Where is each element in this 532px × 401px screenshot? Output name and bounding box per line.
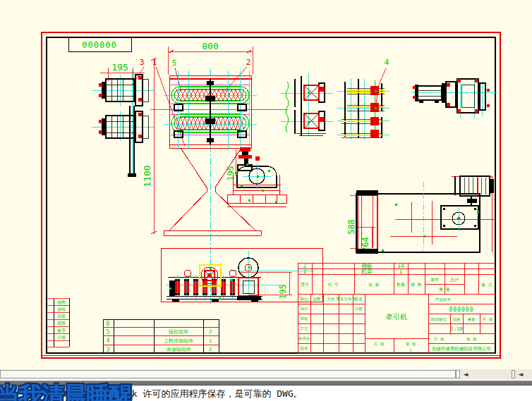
- svg-text:链轮组件: 链轮组件: [168, 329, 188, 335]
- left-assemblies: [92, 70, 154, 178]
- dim-588: 588: [346, 219, 356, 235]
- svg-text:机架: 机架: [361, 269, 373, 275]
- svg-text:更改文件号: 更改文件号: [336, 297, 356, 301]
- company-name: 无锡市通用机械制造有限公司: [432, 346, 492, 352]
- svg-text:备 注: 备 注: [481, 282, 492, 288]
- dim-195-motor: 195: [226, 166, 236, 181]
- balloon-4: 4: [385, 58, 389, 67]
- svg-text:5: 5: [107, 329, 110, 335]
- svg-text:1: 1: [399, 269, 403, 275]
- svg-text:日期: 日期: [57, 335, 66, 340]
- stamp-box: 000000: [68, 37, 131, 51]
- svg-text:3: 3: [107, 347, 110, 353]
- svg-text:第 张: 第 张: [406, 342, 416, 347]
- svg-text:标记: 标记: [300, 297, 309, 302]
- roller-row: [169, 275, 235, 299]
- svg-text:名 称: 名 称: [368, 282, 380, 288]
- svg-text:分区: 分区: [327, 297, 336, 301]
- balloon-1: 1: [152, 58, 157, 67]
- svg-text:比例: 比例: [453, 317, 461, 322]
- drawing-scale: 1:10: [451, 326, 463, 332]
- svg-text:标准化: 标准化: [298, 336, 310, 341]
- svg-text:1: 1: [209, 338, 212, 344]
- parts-list: 6 5 4 3 链轮组件 上料传动组件 涂油辊组件 2 1 2: [103, 319, 219, 353]
- middle-assembly-a: [281, 73, 333, 135]
- cad-app-window: 000000 800 195 1100: [0, 0, 532, 401]
- svg-text:重 量: 重 量: [438, 287, 450, 292]
- middle-assembly-b: [337, 79, 389, 140]
- watermark-text: 当我清晨睡醒: [0, 380, 131, 401]
- sheet-border: [42, 32, 500, 358]
- scroll-left-icon-2[interactable]: ◄: [515, 369, 526, 379]
- svg-text:6: 6: [107, 321, 110, 327]
- svg-text:日期: 日期: [355, 307, 363, 311]
- svg-text:单件: 单件: [430, 277, 439, 282]
- svg-text:旧底: 旧底: [57, 314, 66, 319]
- margin-table: 描图 描校 旧底 底图 签字 日期: [47, 298, 69, 347]
- dim-195-front: 195: [278, 284, 288, 300]
- svg-text:1: 1: [409, 348, 411, 352]
- svg-text:描图: 描图: [57, 300, 66, 305]
- svg-text:产品型号: 产品型号: [435, 297, 452, 302]
- dim-195-top: 195: [111, 62, 128, 73]
- svg-text:序号: 序号: [301, 282, 309, 287]
- svg-text:描校: 描校: [57, 307, 66, 312]
- svg-text:上料传动组件: 上料传动组件: [164, 338, 193, 344]
- drawing-name: 牵引机: [386, 313, 407, 321]
- svg-text:工艺: 工艺: [301, 326, 309, 331]
- svg-text:阶段标记: 阶段标记: [431, 317, 447, 322]
- scrollbar-thumb[interactable]: [0, 370, 456, 378]
- tank-view: [356, 176, 495, 254]
- balloon-3: 3: [140, 58, 145, 67]
- balloon-2: 2: [246, 58, 251, 67]
- svg-text:第 张: 第 张: [466, 337, 477, 342]
- svg-text:共 张: 共 张: [433, 337, 445, 342]
- svg-text:批准: 批准: [301, 346, 309, 351]
- stamp-number: 000000: [82, 40, 116, 50]
- drawing-canvas[interactable]: 000000 800 195 1100: [0, 0, 532, 381]
- drawing-code: 000000: [449, 307, 474, 313]
- svg-text:数量: 数量: [397, 282, 405, 287]
- title-block: 2 侧板 14 1 机架 1 序号 代 号 名 称 数量 材 料 单件 总计 重…: [298, 263, 495, 353]
- svg-text:签字: 签字: [57, 328, 66, 333]
- top-view: [164, 70, 257, 151]
- svg-text:总计: 总计: [449, 277, 459, 282]
- svg-text:设计: 设计: [301, 307, 309, 311]
- balloon-5: 5: [172, 58, 177, 68]
- svg-text:底图: 底图: [57, 321, 66, 326]
- svg-text:重量: 重量: [468, 317, 476, 321]
- svg-text:1: 1: [303, 269, 307, 275]
- horizontal-scrollbar[interactable]: ◄ ◄: [0, 369, 532, 379]
- scroll-left-icon[interactable]: ◄: [460, 369, 471, 379]
- svg-text:审核: 审核: [301, 316, 309, 321]
- svg-text:处数: 处数: [313, 297, 322, 302]
- dim-800: 800: [202, 41, 218, 51]
- svg-text:共 张: 共 张: [373, 342, 385, 347]
- svg-text:2: 2: [209, 347, 212, 352]
- svg-text:涂油辊组件: 涂油辊组件: [167, 347, 191, 352]
- dim-1100: 1100: [142, 165, 152, 187]
- svg-text:代 号: 代 号: [327, 282, 339, 287]
- right-assembly: [411, 79, 497, 118]
- svg-text:4: 4: [107, 338, 110, 344]
- svg-text:签名: 签名: [355, 297, 363, 302]
- svg-text:共 张: 共 张: [482, 317, 493, 322]
- svg-text:材 料: 材 料: [410, 282, 422, 288]
- svg-text:2: 2: [209, 329, 212, 335]
